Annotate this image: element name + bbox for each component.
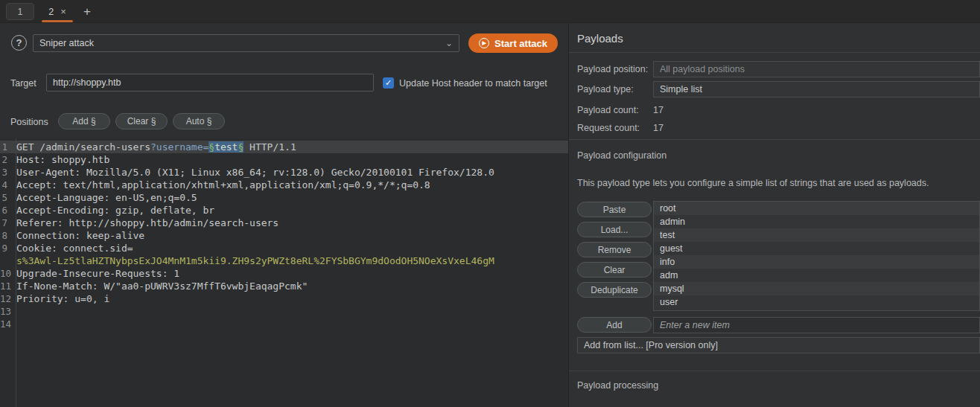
request-line[interactable]: 14 bbox=[0, 318, 568, 330]
line-number: 4 bbox=[0, 179, 12, 191]
payload-position-value: All payload positions bbox=[660, 64, 745, 74]
line-text: Accept: text/html,application/xhtml+xml,… bbox=[12, 179, 430, 191]
request-line[interactable]: 7Referer: http://shoppy.htb/admin/search… bbox=[0, 217, 568, 229]
clear-section-button[interactable]: Clear § bbox=[115, 113, 168, 129]
request-line[interactable]: 6Accept-Encoding: gzip, deflate, br bbox=[0, 204, 568, 217]
request-line[interactable]: 10Upgrade-Insecure-Requests: 1 bbox=[0, 267, 568, 280]
help-icon[interactable]: ? bbox=[11, 35, 27, 51]
update-host-label: Update Host header to match target bbox=[399, 78, 547, 89]
line-number: 8 bbox=[0, 229, 12, 242]
payload-processing-title: Payload processing bbox=[577, 380, 658, 391]
remove-button[interactable]: Remove bbox=[577, 242, 652, 257]
tab-2[interactable]: 2 × bbox=[42, 3, 73, 20]
payload-type-label: Payload type: bbox=[577, 84, 634, 94]
payload-item[interactable]: info bbox=[654, 255, 979, 269]
add-from-list-label: Add from list... [Pro version only] bbox=[584, 340, 718, 350]
tab-1[interactable]: 1 bbox=[6, 3, 34, 20]
line-number: 10 bbox=[0, 267, 12, 280]
check-icon: ✓ bbox=[385, 78, 392, 88]
request-line[interactable]: s%3Awl-Lz5tlaHZTNybpsExJO4MnM1m5kii9.ZH9… bbox=[0, 254, 568, 267]
request-line[interactable]: 11If-None-Match: W/"aa0-pUWRV3sz7MffT6vw… bbox=[0, 280, 568, 292]
request-line[interactable]: 9Cookie: connect.sid= bbox=[0, 242, 568, 254]
line-text: Priority: u=0, i bbox=[12, 292, 109, 305]
start-attack-button[interactable]: ▶ Start attack bbox=[468, 33, 558, 53]
paste-button[interactable]: Paste bbox=[577, 202, 652, 217]
line-number: 11 bbox=[0, 280, 12, 292]
line-text: Referer: http://shoppy.htb/admin/search-… bbox=[12, 217, 279, 229]
add-from-list-select[interactable]: Add from list... [Pro version only] bbox=[577, 337, 980, 353]
request-line[interactable]: 12Priority: u=0, i bbox=[0, 292, 568, 305]
attack-config-panel: ? Sniper attack ⌄ ▶ Start attack Target … bbox=[0, 23, 568, 407]
tab-1-label: 1 bbox=[18, 7, 23, 17]
payload-item[interactable]: root bbox=[654, 202, 979, 215]
request-line[interactable]: 3User-Agent: Mozilla/5.0 (X11; Linux x86… bbox=[0, 166, 568, 179]
request-count-label: Request count: bbox=[577, 123, 640, 133]
line-text: Host: shoppy.htb bbox=[12, 153, 109, 166]
request-line[interactable]: 13 bbox=[0, 305, 568, 318]
line-number: 7 bbox=[0, 217, 12, 229]
payload-item[interactable]: adm bbox=[654, 269, 979, 282]
payload-type-select[interactable]: Simple list bbox=[653, 81, 980, 97]
line-number: 13 bbox=[0, 305, 12, 318]
request-line[interactable]: 8Connection: keep-alive bbox=[0, 229, 568, 242]
tab-2-label: 2 bbox=[48, 7, 54, 17]
add-section-button[interactable]: Add § bbox=[58, 113, 110, 129]
deduplicate-button[interactable]: Deduplicate bbox=[577, 282, 652, 298]
auto-section-button[interactable]: Auto § bbox=[173, 113, 225, 129]
payload-item[interactable]: test bbox=[654, 228, 979, 242]
start-attack-label: Start attack bbox=[494, 38, 547, 49]
request-line[interactable]: 2Host: shoppy.htb bbox=[0, 153, 568, 166]
request-line[interactable]: 4Accept: text/html,application/xhtml+xml… bbox=[0, 179, 568, 191]
line-number: 12 bbox=[0, 292, 12, 305]
line-text: Connection: keep-alive bbox=[12, 229, 144, 242]
payload-position-select[interactable]: All payload positions bbox=[653, 61, 980, 77]
gutter-divider bbox=[16, 138, 16, 407]
line-number: 1 bbox=[0, 141, 12, 153]
tab-bar: 1 2 × + bbox=[0, 0, 980, 23]
positions-label: Positions bbox=[10, 117, 48, 127]
play-icon: ▶ bbox=[479, 38, 489, 48]
payload-list[interactable]: rootadmintestguestinfoadmmysqluser bbox=[653, 201, 980, 311]
load-button[interactable]: Load... bbox=[577, 222, 652, 237]
line-number: 6 bbox=[0, 204, 12, 217]
payload-count-label: Payload count: bbox=[577, 105, 639, 115]
new-payload-input[interactable] bbox=[653, 317, 980, 333]
line-text: User-Agent: Mozilla/5.0 (X11; Linux x86_… bbox=[12, 166, 494, 179]
chevron-down-icon: ⌄ bbox=[445, 38, 453, 48]
update-host-checkbox[interactable]: ✓ bbox=[383, 77, 394, 89]
line-number: 3 bbox=[0, 166, 12, 179]
payload-configuration-description: This payload type lets you configure a s… bbox=[577, 178, 929, 188]
clear-button[interactable]: Clear bbox=[577, 262, 652, 278]
payloads-header: Payloads bbox=[569, 23, 980, 53]
request-line[interactable]: 5Accept-Language: en-US,en;q=0.5 bbox=[0, 191, 568, 204]
attack-type-select[interactable]: Sniper attack ⌄ bbox=[33, 34, 459, 52]
section-divider bbox=[569, 139, 980, 140]
line-number: 14 bbox=[0, 318, 12, 330]
request-count-value: 17 bbox=[653, 123, 664, 133]
attack-type-value: Sniper attack bbox=[39, 38, 94, 48]
line-text: Accept-Language: en-US,en;q=0.5 bbox=[12, 191, 197, 204]
new-tab-button[interactable]: + bbox=[79, 3, 95, 20]
payload-configuration-title: Payload configuration bbox=[577, 150, 666, 161]
line-number: 2 bbox=[0, 153, 12, 166]
payload-item[interactable]: mysql bbox=[654, 282, 979, 295]
line-number: 5 bbox=[0, 191, 12, 204]
close-tab-icon[interactable]: × bbox=[60, 6, 66, 17]
section-divider bbox=[569, 371, 980, 371]
line-text: Upgrade-Insecure-Requests: 1 bbox=[12, 267, 179, 280]
request-line[interactable]: 1GET /admin/search-users?username=§test§… bbox=[0, 141, 568, 153]
payload-item[interactable]: admin bbox=[654, 215, 979, 228]
request-editor[interactable]: 1GET /admin/search-users?username=§test§… bbox=[0, 138, 568, 407]
target-url-input[interactable] bbox=[46, 74, 374, 92]
add-payload-button[interactable]: Add bbox=[577, 317, 652, 333]
payload-item[interactable]: user bbox=[654, 295, 979, 309]
line-text: Accept-Encoding: gzip, deflate, br bbox=[12, 204, 214, 217]
payload-count-value: 17 bbox=[653, 105, 664, 115]
payload-position-label: Payload position: bbox=[577, 64, 648, 74]
line-number: 9 bbox=[0, 242, 12, 254]
line-number bbox=[0, 254, 12, 267]
payloads-panel: Payloads Payload position: All payload p… bbox=[569, 23, 980, 407]
line-text: s%3Awl-Lz5tlaHZTNybpsExJO4MnM1m5kii9.ZH9… bbox=[12, 254, 494, 267]
payload-item[interactable]: guest bbox=[654, 242, 979, 255]
payload-type-value: Simple list bbox=[660, 84, 702, 94]
